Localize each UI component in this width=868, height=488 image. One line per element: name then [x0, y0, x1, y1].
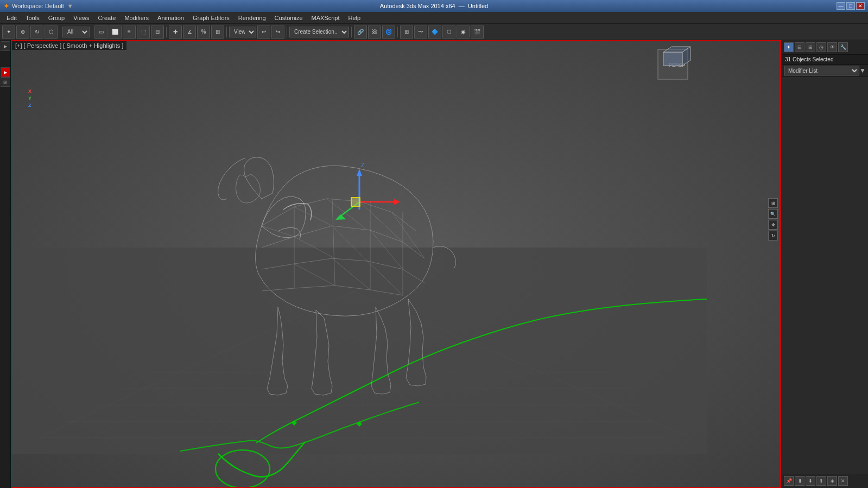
viewport-nav-buttons: ⊞ 🔍 ✥ ↻ [767, 197, 779, 242]
angle-snap-btn[interactable]: ∡ [183, 26, 196, 39]
select-by-name-btn[interactable]: ≡ [123, 26, 136, 39]
right-panel-icons: ✦ ⊟ ⊞ ◷ 👁 🔧 [782, 40, 868, 55]
svg-line-42 [294, 226, 332, 237]
svg-text:Z: Z [361, 162, 364, 168]
toolbar-sep-2 [92, 27, 92, 37]
menu-views[interactable]: Views [69, 14, 93, 22]
objects-selected-label: 31 Objects Selected [785, 56, 834, 62]
schematic-view-btn[interactable]: 🔷 [428, 26, 441, 39]
pause-btn[interactable]: ⏸ [795, 476, 804, 486]
menu-bar: Edit Tools Group Views Create Modifiers … [0, 12, 868, 24]
link-btn[interactable]: 🔗 [354, 26, 367, 39]
orbit-btn[interactable]: ↻ [768, 231, 778, 240]
svg-marker-29 [357, 169, 362, 176]
curve-editor-btn[interactable]: 〜 [414, 26, 427, 39]
make-unique-btn[interactable]: ◈ [827, 476, 837, 486]
step-down-btn[interactable]: ⬇ [806, 476, 815, 486]
align-btn[interactable]: ⊟ [151, 26, 164, 39]
pan-btn[interactable]: ✥ [768, 220, 778, 230]
utilities-icon[interactable]: 🔧 [838, 42, 848, 52]
view-dropdown[interactable]: View [229, 27, 256, 37]
svg-line-36 [262, 207, 294, 226]
menu-customize[interactable]: Customize [270, 14, 307, 22]
render-btn[interactable]: 🎬 [471, 26, 484, 39]
bind-space-warp-btn[interactable]: 🌀 [382, 26, 395, 39]
title-right: — □ ✕ [837, 2, 865, 10]
menu-group[interactable]: Group [44, 14, 69, 22]
svg-rect-72 [663, 52, 682, 66]
svg-line-62 [359, 201, 403, 242]
hierarchy-icon[interactable]: ⊞ [806, 42, 815, 52]
step-up-btn[interactable]: ⬆ [816, 476, 826, 486]
zoom-btn[interactable]: 🔍 [768, 209, 778, 219]
modifier-list-dropdown[interactable]: Modifier List [784, 66, 859, 75]
close-button[interactable]: ✕ [856, 2, 865, 10]
toolbar-sep-5 [287, 27, 287, 37]
snap-toggle-btn[interactable]: ✚ [169, 26, 182, 39]
menu-create[interactable]: Create [93, 14, 120, 22]
svg-line-40 [392, 212, 416, 231]
menu-edit[interactable]: Edit [2, 14, 21, 22]
workspace-label: Workspace: Default [12, 3, 64, 9]
material-editor-btn[interactable]: ⬡ [442, 26, 455, 39]
svg-line-60 [294, 207, 332, 226]
viewport-header: [+] [ Perspective ] [ Smooth + Highlight… [12, 41, 126, 50]
minimize-button[interactable]: — [837, 2, 845, 10]
filter-dropdown[interactable]: All [62, 27, 90, 37]
rotate-tool-btn[interactable]: ↻ [30, 26, 43, 39]
menu-maxscript[interactable]: MAXScript [307, 14, 344, 22]
svg-line-37 [294, 199, 327, 207]
menu-graph-editors[interactable]: Graph Editors [188, 14, 234, 22]
modifier-list-header: Modifier List ▼ [782, 65, 868, 77]
window-crossing-btn[interactable]: ⬜ [109, 26, 122, 39]
objects-selected-header: 31 Objects Selected [782, 55, 868, 65]
create-icon[interactable]: ✦ [784, 42, 794, 52]
left-strip-btn3[interactable]: ⊞ [1, 77, 10, 87]
select-region-btn[interactable]: ▭ [94, 26, 107, 39]
svg-rect-35 [351, 198, 360, 206]
maximize-button[interactable]: □ [846, 2, 855, 10]
title-center: Autodesk 3ds Max 2014 x64 — Untitled [380, 3, 488, 9]
select-tool-btn[interactable]: ✦ [2, 26, 15, 39]
undo-btn[interactable]: ↩ [257, 26, 270, 39]
svg-marker-32 [394, 199, 400, 205]
toolbar-sep-3 [166, 27, 167, 37]
left-strip-animate-btn[interactable]: ▶ [1, 67, 10, 77]
main-toolbar: ✦ ⊕ ↻ ⬡ All ▭ ⬜ ≡ ⬚ ⊟ ✚ ∡ % ⊞ View ↩ ↪ C… [0, 24, 868, 40]
redo-btn[interactable]: ↪ [271, 26, 284, 39]
svg-point-25 [216, 450, 270, 487]
spinner-snap-btn[interactable]: ⊞ [211, 26, 224, 39]
scale-tool-btn[interactable]: ⬡ [45, 26, 58, 39]
remove-modifier-btn[interactable]: ✕ [838, 476, 848, 486]
title-left: ✦ Workspace: Default ▼ [3, 2, 73, 10]
zoom-extents-btn[interactable]: ⊞ [768, 198, 778, 208]
viewport-container[interactable]: [+] [ Perspective ] [ Smooth + Highlight… [11, 40, 781, 488]
render-setup-btn[interactable]: ◉ [457, 26, 470, 39]
pin-stack-btn[interactable]: 📌 [784, 476, 794, 486]
create-selection-dropdown[interactable]: Create Selection... [289, 27, 349, 37]
menu-modifiers[interactable]: Modifiers [120, 14, 153, 22]
left-strip-btn1[interactable]: ▶ [1, 41, 10, 51]
toolbar-sep-6 [351, 27, 352, 37]
toolbar-sep-1 [60, 27, 60, 37]
toolbar-sep-7 [397, 27, 398, 37]
menu-animation[interactable]: Animation [153, 14, 188, 22]
display-icon[interactable]: 👁 [827, 42, 837, 52]
mirror-btn[interactable]: ⬚ [137, 26, 150, 39]
percent-snap-btn[interactable]: % [197, 26, 210, 39]
layer-mgr-btn[interactable]: ⊞ [400, 26, 413, 39]
bottom-icons-bar: 📌 ⏸ ⬇ ⬆ ◈ ✕ [782, 474, 868, 488]
modify-icon[interactable]: ⊟ [795, 42, 804, 52]
motion-icon[interactable]: ◷ [816, 42, 826, 52]
left-strip: ▶ ▶ ⊞ [0, 40, 11, 488]
title-bar: ✦ Workspace: Default ▼ Autodesk 3ds Max … [0, 0, 868, 12]
menu-help[interactable]: Help [344, 14, 365, 22]
menu-rendering[interactable]: Rendering [234, 14, 270, 22]
app-name: Autodesk 3ds Max 2014 x64 [380, 3, 455, 9]
menu-tools[interactable]: Tools [21, 14, 44, 22]
modifier-list-arrow[interactable]: ▼ [859, 67, 866, 74]
modifier-list-content [782, 77, 868, 474]
unlink-btn[interactable]: ⛓ [368, 26, 381, 39]
right-panel: ✦ ⊟ ⊞ ◷ 👁 🔧 31 Objects Selected Modifier… [781, 40, 868, 488]
move-tool-btn[interactable]: ⊕ [16, 26, 29, 39]
